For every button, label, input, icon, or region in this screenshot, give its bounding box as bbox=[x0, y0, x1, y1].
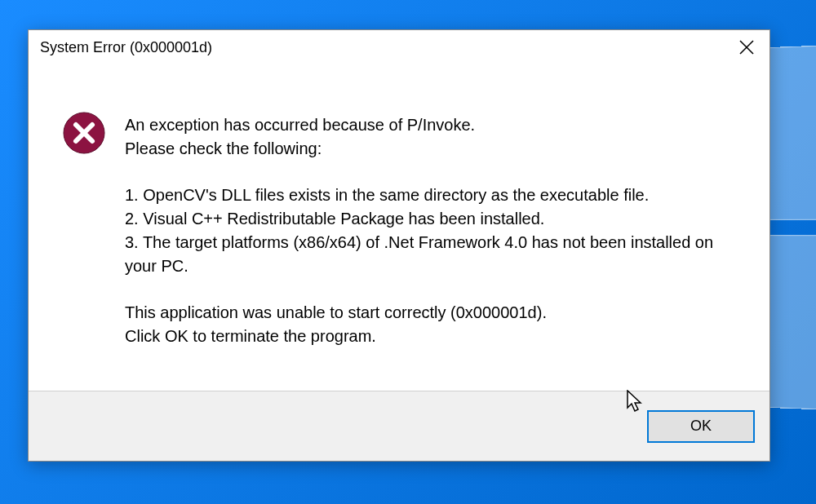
close-icon bbox=[739, 40, 754, 55]
message-line: 2. Visual C++ Redistributable Package ha… bbox=[125, 207, 735, 231]
dialog-title: System Error (0x000001d) bbox=[40, 39, 212, 56]
icon-column bbox=[63, 113, 125, 374]
message-conclusion: This application was unable to start cor… bbox=[125, 301, 735, 348]
message-line: 3. The target platforms (x86/x64) of .Ne… bbox=[125, 231, 735, 278]
message-intro: An exception has occurred because of P/I… bbox=[125, 113, 735, 161]
dialog-titlebar: System Error (0x000001d) bbox=[29, 30, 769, 64]
message-checklist: 1. OpenCV's DLL files exists in the same… bbox=[125, 183, 735, 278]
close-button[interactable] bbox=[724, 30, 769, 64]
dialog-content: An exception has occurred because of P/I… bbox=[29, 64, 769, 391]
message-line: This application was unable to start cor… bbox=[125, 301, 735, 325]
message-line: An exception has occurred because of P/I… bbox=[125, 113, 735, 137]
error-dialog: System Error (0x000001d) An exception ha… bbox=[28, 29, 770, 462]
message-line: 1. OpenCV's DLL files exists in the same… bbox=[125, 183, 735, 207]
message-line: Please check the following: bbox=[125, 137, 735, 161]
ok-button[interactable]: OK bbox=[647, 410, 755, 443]
dialog-footer: OK bbox=[29, 391, 769, 461]
message-column: An exception has occurred because of P/I… bbox=[125, 113, 735, 374]
message-line: Click OK to terminate the program. bbox=[125, 325, 735, 348]
error-icon bbox=[63, 112, 105, 154]
